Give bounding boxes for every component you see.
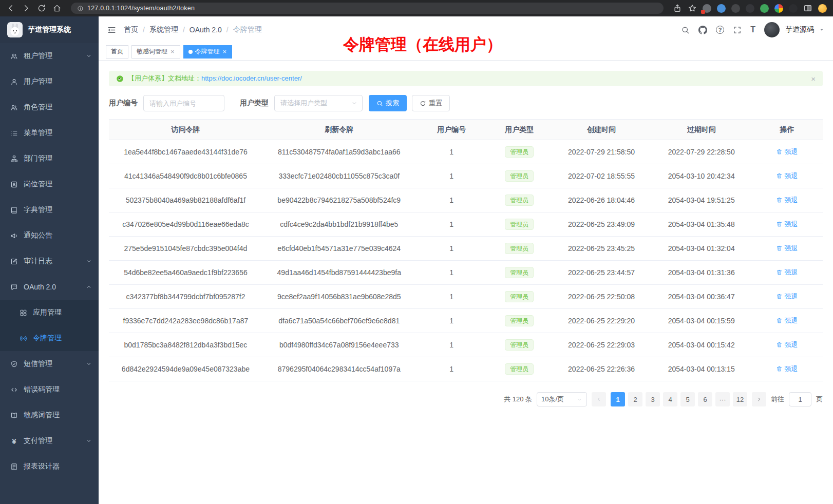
extension-icon-1[interactable] (703, 4, 711, 13)
extension-icon-4[interactable] (746, 4, 754, 13)
browser-forward-button[interactable] (22, 4, 31, 13)
browser-home-button[interactable] (52, 4, 62, 13)
goto-page-input[interactable] (789, 392, 811, 406)
user-id-input[interactable] (143, 95, 224, 111)
force-logout-button[interactable]: 强退 (776, 364, 798, 374)
next-page-button[interactable] (752, 392, 766, 406)
force-logout-button[interactable]: 强退 (776, 220, 798, 229)
doc-link[interactable]: https://doc.iocoder.cn/user-center/ (201, 74, 302, 82)
sidebar-item-error-code[interactable]: 错误码管理 (0, 377, 99, 402)
share-button[interactable] (673, 4, 682, 13)
user-name[interactable]: 芋道源码 (785, 25, 814, 34)
close-icon[interactable]: × (222, 48, 228, 55)
breadcrumb-system[interactable]: 系统管理 (149, 25, 178, 34)
force-logout-button[interactable]: 强退 (776, 340, 798, 350)
user-avatar[interactable] (764, 22, 780, 37)
browser-back-button[interactable] (6, 4, 15, 13)
sidebar-item-oauth2-token[interactable]: 令牌管理 (0, 325, 99, 351)
close-icon[interactable]: × (170, 48, 175, 55)
extension-icon-7[interactable] (789, 4, 798, 13)
sidebar-item-user[interactable]: 用户管理 (0, 69, 99, 94)
sidebar-item-sensitive-word[interactable]: 敏感词管理 (0, 402, 99, 428)
extension-icon-5[interactable] (760, 4, 769, 13)
create-time-cell: 2022-06-25 23:45:25 (552, 237, 652, 261)
page-number-button[interactable]: 1 (611, 392, 625, 406)
list-icon (10, 129, 18, 137)
bookmark-star-button[interactable] (688, 4, 697, 13)
browser-profile-avatar[interactable] (818, 4, 827, 13)
app-logo[interactable]: 芋道管理系统 (0, 16, 99, 43)
user-type-select[interactable]: 请选择用户类型 (274, 95, 363, 111)
address-bar[interactable]: 127.0.0.1:1024/system/oauth2/token (71, 3, 664, 14)
force-logout-button[interactable]: 强退 (776, 171, 798, 181)
sidebar-item-dept[interactable]: 部门管理 (0, 146, 99, 171)
user-type-badge: 管理员 (505, 219, 534, 230)
sidebar-item-oauth2[interactable]: OAuth 2.0 (0, 274, 99, 300)
page-number-button[interactable]: ··· (715, 392, 730, 406)
breadcrumb-home[interactable]: 首页 (124, 25, 138, 34)
shield-icon (10, 360, 18, 368)
page-unit-label: 页 (816, 395, 823, 404)
page-size-select[interactable]: 10条/页 (537, 392, 587, 406)
trash-icon (776, 221, 783, 227)
chevron-down-icon (351, 100, 357, 106)
sidebar-item-oauth2-app[interactable]: 应用管理 (0, 300, 99, 325)
tab-split-button[interactable] (803, 4, 812, 13)
force-logout-button[interactable]: 强退 (776, 196, 798, 205)
sidebar-fold-button[interactable] (107, 25, 117, 35)
user-type-badge: 管理员 (505, 315, 534, 326)
page-number-button[interactable]: 2 (628, 392, 642, 406)
sidebar-item-menu[interactable]: 菜单管理 (0, 120, 99, 146)
star-icon (688, 4, 697, 13)
extension-icon-6[interactable] (774, 4, 783, 13)
sidebar-item-audit-log[interactable]: 审计日志 (0, 248, 99, 274)
tag-home[interactable]: 首页 (106, 45, 128, 59)
caret-down-icon[interactable] (819, 27, 825, 33)
breadcrumb-oauth2[interactable]: OAuth 2.0 (190, 26, 222, 34)
sidebar-item-notice[interactable]: 通知公告 (0, 223, 99, 248)
force-logout-button[interactable]: 强退 (776, 316, 798, 325)
user-type-cell: 管理员 (487, 309, 552, 333)
page-number-button[interactable]: 4 (663, 392, 677, 406)
sidebar-item-payment[interactable]: ¥ 支付管理 (0, 428, 99, 454)
force-logout-button[interactable]: 强退 (776, 244, 798, 253)
tag-sensitive-word[interactable]: 敏感词管理 × (131, 45, 180, 59)
sidebar-item-role[interactable]: 角色管理 (0, 94, 99, 120)
extension-icon-3[interactable] (731, 4, 740, 13)
force-logout-button[interactable]: 强退 (776, 147, 798, 157)
extension-icon-2[interactable] (717, 4, 726, 13)
font-size-icon[interactable]: T (750, 26, 755, 34)
help-icon[interactable]: ? (716, 26, 724, 34)
sidebar-item-dict[interactable]: 字典管理 (0, 197, 99, 223)
page-number-button[interactable]: 3 (646, 392, 660, 406)
search-button[interactable]: 搜索 (369, 95, 407, 111)
close-icon[interactable]: × (811, 75, 816, 83)
report-icon (10, 463, 18, 471)
force-logout-button[interactable]: 强退 (776, 268, 798, 277)
page-number-button[interactable]: 6 (698, 392, 712, 406)
reset-button[interactable]: 重置 (412, 95, 450, 111)
search-icon[interactable] (681, 26, 690, 34)
page-number-button[interactable]: 5 (680, 392, 695, 406)
fullscreen-icon[interactable] (733, 26, 742, 34)
edit-log-icon (10, 258, 18, 265)
browser-reload-button[interactable] (37, 4, 46, 13)
user-type-badge: 管理员 (505, 267, 534, 278)
sidebar: 芋道管理系统 租户管理 用户管理 角色管理 菜单管理 部门管理 (0, 16, 99, 504)
sidebar-item-report-designer[interactable]: 报表设计器 (0, 454, 99, 479)
prev-page-button[interactable] (592, 392, 606, 406)
github-icon[interactable] (698, 26, 707, 34)
sidebar-item-sms[interactable]: 短信管理 (0, 351, 99, 377)
tag-token[interactable]: 令牌管理 × (183, 45, 233, 59)
user-id-cell: 1 (416, 237, 487, 261)
create-time-cell: 2022-06-25 22:29:20 (552, 309, 652, 333)
table-row: f9336e7c7dd242a283ee98dc86b17a87 dfa6c71… (109, 309, 823, 333)
sidebar-item-tenant[interactable]: 租户管理 (0, 43, 99, 69)
breadcrumb-separator: / (183, 26, 185, 34)
refresh-token-cell: cdfc4ce9c2da4bb1bdf21b9918ff4be5 (262, 212, 416, 237)
user-type-badge: 管理员 (505, 339, 534, 351)
sidebar-item-post[interactable]: 岗位管理 (0, 171, 99, 197)
page-number-button[interactable]: 12 (733, 392, 747, 406)
force-logout-button[interactable]: 强退 (776, 292, 798, 301)
url-text: 127.0.0.1:1024/system/oauth2/token (87, 5, 195, 12)
